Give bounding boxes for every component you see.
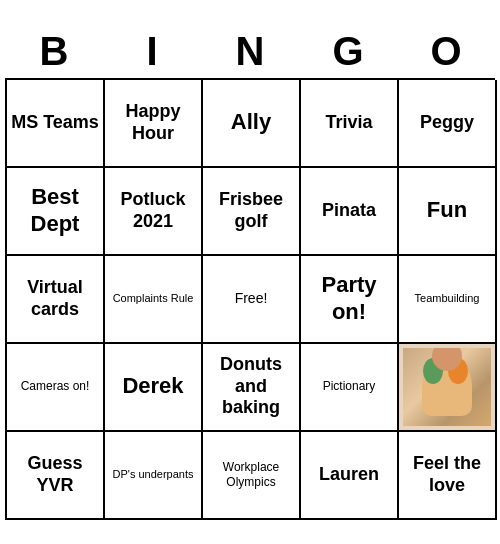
cell-n5[interactable]: Workplace Olympics bbox=[203, 432, 301, 520]
cell-o1[interactable]: Peggy bbox=[399, 80, 497, 168]
cell-i5-text: DP's underpants bbox=[113, 468, 194, 481]
cell-n4-text: Donuts and baking bbox=[207, 354, 295, 419]
cell-g1-text: Trivia bbox=[325, 112, 372, 134]
cell-b4-text: Cameras on! bbox=[21, 379, 90, 393]
cell-g3[interactable]: Party on! bbox=[301, 256, 399, 344]
cell-g2-text: Pinata bbox=[322, 200, 376, 222]
balloon-green bbox=[423, 358, 443, 384]
cell-b3[interactable]: Virtual cards bbox=[7, 256, 105, 344]
cell-o5[interactable]: Feel the love bbox=[399, 432, 497, 520]
cell-n1[interactable]: Ally bbox=[203, 80, 301, 168]
cell-i4[interactable]: Derek bbox=[105, 344, 203, 432]
cell-g4[interactable]: Pictionary bbox=[301, 344, 399, 432]
cell-b2[interactable]: Best Dept bbox=[7, 168, 105, 256]
cell-o2[interactable]: Fun bbox=[399, 168, 497, 256]
cell-o1-text: Peggy bbox=[420, 112, 474, 134]
cell-b4[interactable]: Cameras on! bbox=[7, 344, 105, 432]
cell-i3[interactable]: Complaints Rule bbox=[105, 256, 203, 344]
cell-b5[interactable]: Guess YVR bbox=[7, 432, 105, 520]
cell-i5[interactable]: DP's underpants bbox=[105, 432, 203, 520]
cell-g5-text: Lauren bbox=[319, 464, 379, 486]
cell-g1[interactable]: Trivia bbox=[301, 80, 399, 168]
letter-b: B bbox=[5, 29, 103, 74]
cell-b1[interactable]: MS Teams bbox=[7, 80, 105, 168]
letter-i: I bbox=[103, 29, 201, 74]
cell-g5[interactable]: Lauren bbox=[301, 432, 399, 520]
cell-g3-text: Party on! bbox=[305, 272, 393, 325]
cell-b3-text: Virtual cards bbox=[11, 277, 99, 320]
person-photo bbox=[403, 348, 491, 426]
cell-o3[interactable]: Teambuilding bbox=[399, 256, 497, 344]
cell-b5-text: Guess YVR bbox=[11, 453, 99, 496]
cell-i1-text: Happy Hour bbox=[109, 101, 197, 144]
cell-i3-text: Complaints Rule bbox=[113, 292, 194, 305]
cell-i4-text: Derek bbox=[122, 373, 183, 399]
bingo-grid: MS Teams Happy Hour Ally Trivia Peggy Be… bbox=[5, 78, 495, 520]
cell-i1[interactable]: Happy Hour bbox=[105, 80, 203, 168]
cell-g4-text: Pictionary bbox=[323, 379, 376, 393]
cell-i2-text: Potluck 2021 bbox=[109, 189, 197, 232]
letter-o: O bbox=[397, 29, 495, 74]
cell-o4[interactable] bbox=[399, 344, 497, 432]
cell-b1-text: MS Teams bbox=[11, 112, 99, 134]
cell-g2[interactable]: Pinata bbox=[301, 168, 399, 256]
cell-n5-text: Workplace Olympics bbox=[207, 460, 295, 489]
cell-n3[interactable]: Free! bbox=[203, 256, 301, 344]
letter-n: N bbox=[201, 29, 299, 74]
letter-g: G bbox=[299, 29, 397, 74]
cell-n1-text: Ally bbox=[231, 109, 271, 135]
cell-o3-text: Teambuilding bbox=[415, 292, 480, 305]
cell-n2-text: Frisbee golf bbox=[207, 189, 295, 232]
cell-n2[interactable]: Frisbee golf bbox=[203, 168, 301, 256]
cell-o5-text: Feel the love bbox=[403, 453, 491, 496]
cell-n4[interactable]: Donuts and baking bbox=[203, 344, 301, 432]
bingo-card: B I N G O MS Teams Happy Hour Ally Trivi… bbox=[5, 25, 495, 520]
cell-n3-text: Free! bbox=[235, 290, 268, 307]
bingo-header: B I N G O bbox=[5, 25, 495, 78]
cell-o2-text: Fun bbox=[427, 197, 467, 223]
balloon-orange bbox=[448, 358, 468, 384]
cell-i2[interactable]: Potluck 2021 bbox=[105, 168, 203, 256]
cell-b2-text: Best Dept bbox=[11, 184, 99, 237]
